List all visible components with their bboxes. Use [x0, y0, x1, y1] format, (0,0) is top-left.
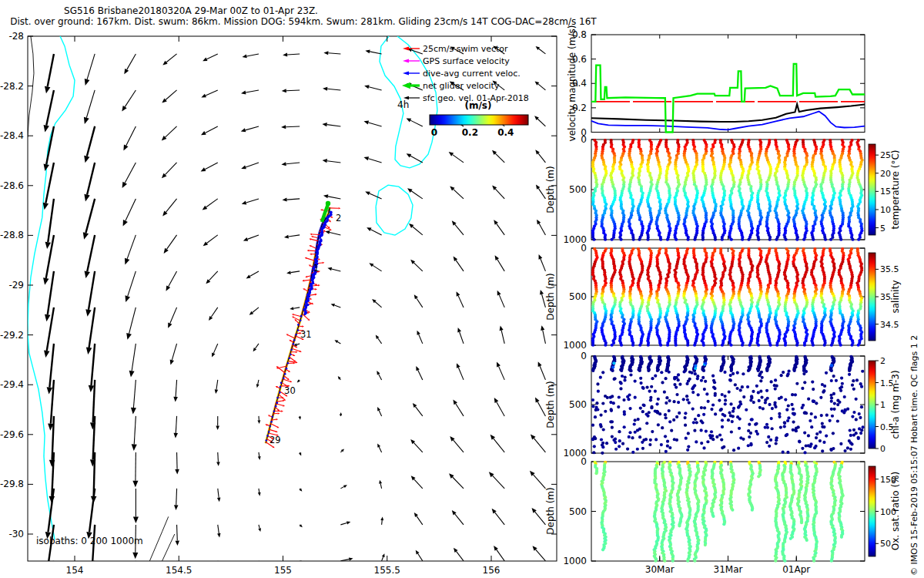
map-y-tick-label: -28.2 [0, 81, 24, 92]
colorbar-tick-label: 10 [880, 205, 891, 215]
colorbar-tick-label: 20 [880, 169, 891, 179]
legend-item-label: dive-avg current veloc. [423, 69, 521, 79]
swim-vector-hairs [265, 207, 340, 448]
colorbar-tick-label: 50 [880, 539, 891, 549]
oxygen-scatter-points [594, 461, 845, 563]
figure-canvas: SG516 Brisbane20180320A 29-Mar 00Z to 01… [0, 0, 924, 578]
legend-dive-avg-current-arrow-icon [403, 71, 420, 75]
current-vector-field [43, 46, 546, 578]
glider-track [265, 201, 340, 448]
legend-gps-velocity-arrow-icon [403, 59, 420, 62]
map-y-tick-label: -28 [8, 31, 24, 42]
chla-colorbar-label: chl-a (mg m-3) [890, 370, 901, 439]
map-x-tick-label: 154.5 [166, 565, 192, 576]
map-y-tick-label: -29.2 [0, 330, 24, 341]
chla-panel: 0500100000.511.52 [563, 351, 893, 459]
colorbar-tick-label: 25 [880, 150, 891, 160]
date-tick-label: 01Apr [782, 564, 810, 575]
colorbar-tick-label: 5 [880, 223, 886, 234]
legend-scale-label: 4h [397, 99, 409, 110]
legend-item-label: 25cm/s swim vector [423, 44, 508, 54]
colorbar-tick-label: 15 [880, 187, 891, 197]
temperature-colorbar-label: temperature (°C) [890, 150, 901, 230]
depth-tick-label: 1000 [563, 340, 587, 351]
map-y-tick-label: -28.6 [0, 180, 24, 191]
track-day-label: 31 [300, 329, 312, 340]
map-x-tick-label: 156 [483, 565, 500, 576]
date-tick-label: 31Mar [714, 564, 743, 575]
legend-colorbar-title: (m/s) [465, 100, 492, 111]
depth-tick-label: 0 [581, 456, 587, 467]
track-day-labels: 29303112 [270, 213, 341, 445]
legend-colorbar: 00.20.4 [430, 115, 528, 138]
date-tick-label: 30Mar [645, 564, 675, 575]
isobaths-note: isobaths: 0 200 1000m [36, 536, 143, 546]
temperature-panel: 05001000510152025 [563, 134, 891, 245]
coastline [28, 36, 437, 539]
track-day-label: 1 [313, 263, 319, 274]
colorbar-tick-label: 35.5 [880, 264, 899, 274]
figure-title: SG516 Brisbane20180320A 29-Mar 00Z to 01… [64, 5, 318, 16]
timeseries-panels: 00.20.40.60.8050010005101520250500100034… [563, 29, 899, 575]
map-y-tick-label: -30 [8, 529, 24, 539]
velocity-series [591, 64, 865, 133]
depth-tick-label: 0 [581, 134, 587, 145]
glider-mission-figure: SG516 Brisbane20180320A 29-Mar 00Z to 01… [0, 0, 924, 578]
chla-depth-label: Depth (m) [545, 381, 556, 428]
map-x-tick-label: 155 [274, 565, 292, 576]
map-y-tick-label: -29.8 [0, 479, 24, 489]
depth-tick-label: 500 [569, 506, 587, 517]
map-axes: 154154.5155155.5156-28-28.2-28.4-28.6-28… [0, 31, 557, 576]
legend-item-label: GPS surface velocity [423, 56, 510, 66]
temperature-scatter-points [591, 139, 864, 241]
oxygen-colorbar-label: Ox. sat. ratio (%) [890, 472, 901, 550]
depth-tick-label: 500 [569, 291, 587, 302]
map-x-tick-label: 155.5 [374, 565, 400, 576]
track-day-label: 30 [284, 385, 296, 396]
velocity-panel: 00.20.40.60.8 [572, 29, 865, 138]
map-y-tick-label: -28.8 [0, 230, 24, 240]
track-day-label: 2 [336, 213, 341, 223]
depth-tick-label: 500 [569, 184, 587, 195]
track-day-label: 29 [270, 435, 281, 445]
depth-tick-label: 500 [569, 399, 587, 410]
map-x-tick-label: 154 [66, 565, 84, 576]
legend-item-label: net glider velocity [423, 81, 500, 91]
temperature-depth-label: Depth (m) [545, 166, 556, 213]
figure-subtitle: Dist. over ground: 167km. Dist. swum: 86… [10, 16, 597, 27]
map-y-tick-label: -28.4 [0, 130, 24, 141]
salinity-scatter-points [591, 247, 863, 347]
velocity-ylabel: velocity magnitude (m/s) [567, 25, 578, 142]
legend-colorbar-tick-label: 0.4 [497, 127, 514, 138]
salinity-depth-label: Depth (m) [545, 273, 556, 320]
depth-tick-label: 0 [581, 243, 587, 254]
legend-colorbar-tick-label: 0.2 [462, 127, 478, 138]
map-y-tick-label: -29.4 [0, 379, 24, 390]
salinity-panel: 0500100034.53535.5 [563, 243, 899, 351]
colorbar-tick-label: 35 [880, 292, 891, 302]
depth-tick-label: 0 [581, 351, 587, 361]
oxygen-panel: 0500100030Mar31Mar01Apr50100150 [563, 456, 896, 575]
legend-colorbar-tick-label: 0 [431, 127, 437, 138]
salinity-colorbar-label: salinity [890, 280, 901, 313]
imos-watermark: © IMOS 15-Feb-2019 05:15:07 Hobart time.… [909, 335, 919, 576]
colorbar-tick-label: 0 [880, 444, 886, 454]
colorbar-tick-label: 34.5 [880, 320, 899, 330]
chla-scatter-points [591, 355, 865, 455]
depth-tick-label: 1000 [563, 556, 587, 566]
map-y-tick-label: -29 [8, 280, 24, 291]
colorbar-tick-label: 2 [880, 356, 886, 366]
map-y-tick-label: -29.6 [0, 429, 24, 440]
oxygen-depth-label: Depth (m) [545, 487, 556, 534]
colorbar-tick-label: 1 [880, 400, 886, 410]
